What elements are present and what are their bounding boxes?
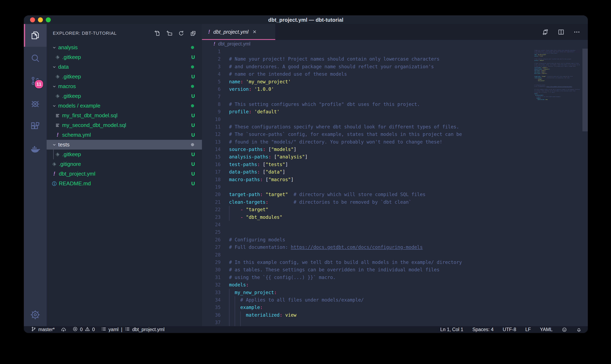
language-mode[interactable]: YAML (540, 327, 553, 332)
tree-item-analysis[interactable]: analysis (47, 43, 202, 52)
code-line-12[interactable]: 12# The `source-paths` config, for examp… (202, 130, 588, 138)
code-line-13[interactable]: 13# found in the "models/" directory. Yo… (202, 138, 588, 146)
indentation-setting[interactable]: Spaces: 4 (472, 327, 494, 332)
code-line-27[interactable]: 27# Full documentation: https://docs.get… (202, 243, 588, 251)
code-line-8[interactable]: 8# This setting configures which "profil… (202, 101, 588, 108)
split-editor-button[interactable] (557, 28, 565, 36)
code-line-15[interactable]: 15analysis-paths: ["analysis"] (202, 153, 588, 160)
problems-indicator[interactable]: 0 0 (72, 326, 95, 333)
tree-item-dbt-project-yml[interactable]: !dbt_project.ymlU (47, 169, 202, 179)
code-line-1[interactable]: 1 (202, 48, 588, 55)
code-line-16[interactable]: 16test-paths: ["tests"] (202, 161, 588, 168)
code-line-31[interactable]: 31# using the `{{ config(...) }}` macro. (202, 274, 588, 281)
tree-item-gitkeep[interactable]: .gitkeepU (47, 91, 202, 101)
code-line-25[interactable]: 25 (202, 228, 588, 236)
warnings-count: 0 (92, 327, 95, 332)
minimize-window-button[interactable] (38, 17, 43, 22)
tree-item-gitkeep[interactable]: .gitkeepU (47, 52, 202, 62)
code-line-18[interactable]: 18macro-paths: ["macros"] (202, 176, 588, 183)
tree-item-models-example[interactable]: models / example (47, 101, 202, 111)
minimap-line: macro-paths: ["macros"] (534, 73, 583, 74)
sync-changes-button[interactable] (61, 327, 66, 332)
new-folder-button[interactable] (166, 30, 173, 37)
close-window-button[interactable] (30, 17, 35, 22)
tree-item-schema-yml[interactable]: !schema.ymlU (47, 130, 202, 140)
code-line-21[interactable]: 21clean-targets: # directories to be rem… (202, 198, 588, 206)
errors-count: 0 (80, 327, 83, 332)
tree-item-macros[interactable]: macros (47, 81, 202, 91)
minimap-line: # These configurations specify where dbt… (534, 63, 583, 64)
git-branch-indicator[interactable]: master* (31, 326, 55, 333)
tree-item-my-second-dbt-model-sql[interactable]: my_second_dbt_model.sqlU (47, 120, 202, 130)
tree-item-tests[interactable]: tests (47, 140, 202, 150)
activity-item-docker[interactable] (24, 138, 47, 160)
more-actions-button[interactable] (573, 28, 580, 36)
collapse-folders-button[interactable] (190, 30, 196, 37)
code-line-14[interactable]: 14source-paths: ["models"] (202, 146, 588, 153)
code-line-23[interactable]: 23 - "dbt_modules" (202, 213, 588, 221)
minimap-line: - "dbt_modules" (534, 80, 583, 81)
activity-item-settings[interactable] (24, 303, 47, 326)
editor-mode-indicator[interactable]: yaml | dbt_project.yml (101, 326, 165, 333)
activity-item-explorer[interactable] (24, 24, 47, 47)
open-changes-button[interactable] (542, 28, 549, 36)
code-line-35[interactable]: 35 example: (202, 304, 588, 311)
code-editor[interactable]: 12# Name your project! Project names sho… (202, 48, 588, 326)
code-line-30[interactable]: 30# as tables. These settings can be ove… (202, 266, 588, 273)
code-text: # using the `{{ config(...) }}` macro. (229, 274, 336, 281)
tab-dbt-project-yml[interactable]: ! dbt_project.yml ✕ (202, 24, 275, 40)
git-file-icon (55, 93, 61, 99)
encoding-setting[interactable]: UTF-8 (503, 327, 516, 332)
code-line-22[interactable]: 22 - "target" (202, 206, 588, 213)
code-line-10[interactable]: 10 (202, 116, 588, 123)
tree-item-gitignore[interactable]: .gitignoreU (47, 159, 202, 169)
code-line-9[interactable]: 9profile: 'default' (202, 108, 588, 115)
code-line-34[interactable]: 34 # Applies to all files under models/e… (202, 296, 588, 304)
new-file-button[interactable] (154, 30, 161, 37)
code-line-4[interactable]: 4# name or the intended use of these mod… (202, 70, 588, 78)
code-line-7[interactable]: 7 (202, 93, 588, 100)
tree-item-label: .gitkeep (62, 73, 81, 80)
line-number: 1 (202, 48, 229, 55)
code-line-32[interactable]: 32models: (202, 281, 588, 288)
code-line-37[interactable]: 37 (202, 319, 588, 326)
branch-label: master* (38, 327, 55, 332)
tree-item-data[interactable]: data (47, 62, 202, 72)
code-line-36[interactable]: 36 materialized: view (202, 311, 588, 319)
code-line-6[interactable]: 6version: '1.0.0' (202, 85, 588, 93)
cursor-position[interactable]: Ln 1, Col 1 (440, 327, 463, 332)
code-line-29[interactable]: 29# In this example config, we tell dbt … (202, 259, 588, 266)
tree-item-gitkeep[interactable]: .gitkeepU (47, 72, 202, 81)
code-line-19[interactable]: 19 (202, 183, 588, 191)
breadcrumb[interactable]: ! dbt_project.yml (202, 40, 588, 48)
feedback-smiley-icon[interactable] (562, 327, 567, 332)
code-line-11[interactable]: 11# These configurations specify where d… (202, 123, 588, 130)
code-line-5[interactable]: 5name: 'my_new_project' (202, 78, 588, 85)
notifications-bell-icon[interactable] (576, 327, 582, 332)
zoom-window-button[interactable] (46, 17, 51, 22)
line-number: 12 (202, 130, 229, 138)
tree-item-readme-md[interactable]: README.mdU (47, 179, 202, 188)
tree-item-gitkeep[interactable]: .gitkeepU (47, 150, 202, 159)
code-line-28[interactable]: 28 (202, 251, 588, 259)
tree-item-my-first-dbt-model-sql[interactable]: my_first_dbt_model.sqlU (47, 111, 202, 120)
code-line-2[interactable]: 2# Name your project! Project names shou… (202, 55, 588, 63)
git-untracked-badge: U (191, 54, 195, 60)
activity-item-source-control[interactable]: 11 (24, 69, 47, 92)
code-line-3[interactable]: 3# and underscores. A good package name … (202, 63, 588, 70)
sql-file-icon (55, 113, 61, 118)
activity-item-extensions[interactable] (24, 115, 47, 138)
minimap[interactable]: # Name your project! Project names shoul… (534, 48, 583, 102)
code-line-17[interactable]: 17data-paths: ["data"] (202, 168, 588, 176)
code-line-20[interactable]: 20target-path: "target" # directory whic… (202, 191, 588, 198)
activity-item-run-and-debug[interactable] (24, 92, 47, 115)
activity-item-search[interactable] (24, 47, 47, 69)
eol-setting[interactable]: LF (525, 327, 531, 332)
scrollbar-thumb[interactable] (583, 49, 588, 131)
code-line-26[interactable]: 26# Configuring models (202, 236, 588, 243)
git-untracked-badge: U (191, 74, 195, 80)
code-line-33[interactable]: 33 my_new_project: (202, 289, 588, 296)
refresh-explorer-button[interactable] (178, 30, 184, 37)
close-tab-icon[interactable]: ✕ (253, 29, 257, 35)
code-line-24[interactable]: 24 (202, 221, 588, 228)
